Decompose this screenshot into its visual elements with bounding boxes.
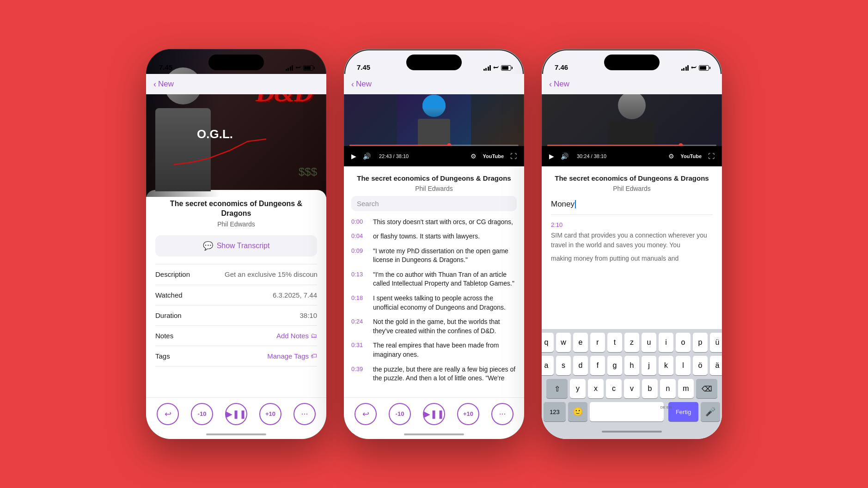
key-s[interactable]: s xyxy=(556,356,571,375)
key-c[interactable]: c xyxy=(606,379,622,398)
key-g[interactable]: g xyxy=(607,356,622,375)
key-f[interactable]: f xyxy=(590,356,605,375)
key-emoji[interactable]: 🙂 xyxy=(568,402,587,421)
ts-time-1: 0:04 xyxy=(351,232,367,241)
transcript-entry-1[interactable]: 0:04 or flashy towns. It starts with law… xyxy=(351,229,517,244)
back-button-3[interactable]: ‹ New xyxy=(549,79,569,89)
key-p[interactable]: p xyxy=(693,333,708,352)
ts-time-2: 0:09 xyxy=(351,247,367,265)
ts-time-5: 0:24 xyxy=(351,317,367,336)
keyboard-row-1: q w e r t z u i o p ü xyxy=(544,333,720,352)
transcript-entry-6[interactable]: 0:31 The real empires that have been mad… xyxy=(351,338,517,362)
key-oe[interactable]: ö xyxy=(693,356,708,375)
skip-forward-button-2[interactable]: +10 xyxy=(457,403,479,425)
skip-forward-button[interactable]: +10 xyxy=(259,403,281,425)
transcript-section-2: The secret economics of Dungeons & Drago… xyxy=(344,166,524,397)
key-m[interactable]: m xyxy=(678,379,694,398)
key-h[interactable]: h xyxy=(624,356,639,375)
key-ue[interactable]: ü xyxy=(710,333,722,352)
key-mic[interactable]: 🎤 xyxy=(701,402,720,421)
more-button-2[interactable]: ··· xyxy=(491,403,513,425)
transcript-entry-0[interactable]: 0:00 This story doesn't start with orcs,… xyxy=(351,215,517,230)
key-space[interactable] xyxy=(590,402,664,421)
transcript-entry-5[interactable]: 0:24 Not the gold in the game, but the w… xyxy=(351,315,517,338)
meta-label-tags: Tags xyxy=(155,352,170,360)
play-pause-button[interactable]: ▶❚❚ xyxy=(225,403,247,425)
key-t[interactable]: t xyxy=(607,333,622,352)
rewind-button-2[interactable]: ↩ xyxy=(355,403,377,425)
key-e[interactable]: e xyxy=(573,333,588,352)
skip-back-button[interactable]: -10 xyxy=(191,403,213,425)
key-shift[interactable]: ⇧ xyxy=(546,379,568,398)
key-i[interactable]: i xyxy=(659,333,673,352)
key-v[interactable]: v xyxy=(624,379,640,398)
meta-value-notes[interactable]: Add Notes 🗂 xyxy=(276,332,317,340)
rewind-button[interactable]: ↩ xyxy=(157,403,179,425)
video-author-3: Phil Edwards xyxy=(551,185,713,192)
note-timestamp-1: 2:10 xyxy=(551,221,562,228)
transcript-entry-3[interactable]: 0:13 "I'm the co author with Thuan Tran … xyxy=(351,268,517,291)
meta-rows: Description Get an exclusive 15% discoun… xyxy=(155,264,317,366)
key-ae[interactable]: ä xyxy=(710,356,722,375)
key-z[interactable]: z xyxy=(624,333,639,352)
tag-icon: 🏷 xyxy=(311,352,317,360)
key-a[interactable]: a xyxy=(542,356,554,375)
key-n[interactable]: n xyxy=(660,379,676,398)
key-d[interactable]: d xyxy=(573,356,588,375)
key-fertig[interactable]: Fertig xyxy=(668,402,698,421)
key-l[interactable]: l xyxy=(676,356,691,375)
player-time-2: 22:43 / 38:10 xyxy=(379,153,464,159)
rewind-icon-2: ↩ xyxy=(362,409,369,419)
show-transcript-label: Show Transcript xyxy=(217,242,270,250)
player-controls-bar-2: ▶ 🔊 22:43 / 38:10 ⚙ YouTube ⛶ xyxy=(344,146,524,166)
key-w[interactable]: w xyxy=(556,333,571,352)
more-button[interactable]: ··· xyxy=(293,403,316,425)
nav-title-2: New xyxy=(356,79,372,89)
key-u[interactable]: u xyxy=(642,333,656,352)
meta-row-notes: Notes Add Notes 🗂 xyxy=(155,326,317,346)
transcript-entry-7[interactable]: 0:39 the puzzle, but there are really a … xyxy=(351,362,517,386)
ts-time-0: 0:00 xyxy=(351,218,367,227)
note-word-input[interactable]: Money xyxy=(551,200,575,208)
youtube-badge-3: YouTube xyxy=(681,153,702,159)
key-o[interactable]: o xyxy=(676,333,691,352)
transcript-entry-2[interactable]: 0:09 "I wrote my PhD dissertation on the… xyxy=(351,244,517,268)
volume-icon-2[interactable]: 🔊 xyxy=(363,152,371,160)
keyboard-row-4: 123 🙂 DE EN Fertig 🎤 xyxy=(544,402,720,421)
nav-bar-2: ‹ New xyxy=(344,74,524,94)
show-transcript-button[interactable]: 💬 Show Transcript xyxy=(155,235,317,256)
video-title-3: The secret economics of Dungeons & Drago… xyxy=(551,174,713,183)
battery-icon-3 xyxy=(699,65,709,71)
key-backspace[interactable]: ⌫ xyxy=(696,379,717,398)
key-k[interactable]: k xyxy=(659,356,673,375)
nav-title-3: New xyxy=(554,79,569,89)
key-j[interactable]: j xyxy=(642,356,656,375)
more-icon: ··· xyxy=(301,409,308,419)
key-y[interactable]: y xyxy=(570,379,586,398)
back-button-1[interactable]: ‹ New xyxy=(153,79,174,89)
ts-time-7: 0:39 xyxy=(351,365,367,383)
keyboard-row-3: ⇧ y x c v b n m ⌫ xyxy=(544,379,720,398)
back-button-2[interactable]: ‹ New xyxy=(351,79,372,89)
skip-back-button-2[interactable]: -10 xyxy=(389,403,411,425)
key-q[interactable]: q xyxy=(542,333,554,352)
key-num[interactable]: 123 xyxy=(544,402,566,421)
phone-1: 7.45 ⮨ ‹ New xyxy=(146,49,326,439)
play-icon-3[interactable]: ▶ xyxy=(549,152,554,160)
play-pause-button-2[interactable]: ▶❚❚ xyxy=(423,403,445,425)
search-bar-2[interactable]: Search xyxy=(351,196,517,211)
meta-value-tags[interactable]: Manage Tags 🏷 xyxy=(267,352,317,360)
settings-icon-3[interactable]: ⚙ xyxy=(668,152,674,160)
fullscreen-icon-3[interactable]: ⛶ xyxy=(708,152,715,160)
key-r[interactable]: r xyxy=(590,333,605,352)
fullscreen-icon-2[interactable]: ⛶ xyxy=(510,152,517,160)
skip-forward-icon-2: +10 xyxy=(463,410,473,417)
transcript-entry-4[interactable]: 0:18 I spent weeks talking to people acr… xyxy=(351,291,517,315)
key-x[interactable]: x xyxy=(588,379,604,398)
settings-icon-2[interactable]: ⚙ xyxy=(471,152,477,160)
volume-icon-3[interactable]: 🔊 xyxy=(561,152,568,160)
play-icon-2[interactable]: ▶ xyxy=(351,152,356,160)
meta-label-watched: Watched xyxy=(155,291,183,299)
nav-title-1: New xyxy=(158,79,174,89)
key-b[interactable]: b xyxy=(642,379,658,398)
